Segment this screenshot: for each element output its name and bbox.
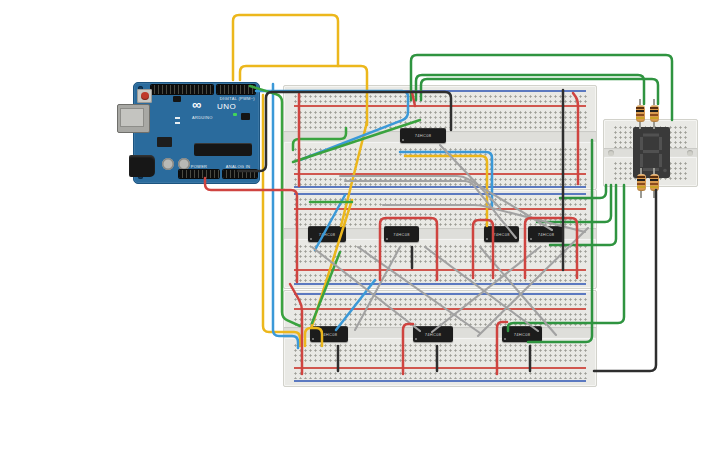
circuit-canvas: DIGITAL (PWM~) ∞ UNO ARDUINO POWER ANALO… [0, 0, 725, 453]
tx-led-label [175, 117, 180, 119]
ic-chip[interactable]: 74HC08 [400, 128, 446, 143]
ic-label: 74HC08 [538, 232, 554, 237]
resistor-band [637, 176, 645, 178]
resistor-band [650, 107, 658, 109]
model-label: UNO [217, 103, 236, 111]
ic-label: 74HC08 [319, 232, 335, 237]
reset-button[interactable] [141, 92, 149, 100]
rail-line [294, 173, 586, 175]
resistor-band [637, 186, 645, 188]
rail-line [294, 308, 586, 310]
power-header-label: POWER [181, 164, 217, 169]
pin1-dot [402, 139, 404, 141]
resistor-band [650, 114, 658, 116]
resistor-band [636, 110, 644, 112]
capacitor [162, 158, 174, 170]
terminal-holes[interactable] [292, 146, 588, 170]
pin1-dot [504, 338, 506, 340]
ic-label: 74HC08 [393, 232, 409, 237]
pin1-dot [310, 238, 312, 240]
icsp-header[interactable] [241, 113, 250, 120]
rail-line [294, 269, 586, 271]
analog-header-label: ANALOG IN [221, 164, 255, 169]
pin1-dot [530, 238, 532, 240]
voltage-regulator [157, 137, 172, 147]
pin1-dot [486, 238, 488, 240]
seven-segment-display[interactable] [633, 127, 670, 178]
power-header[interactable] [179, 170, 219, 178]
rail-line [294, 193, 586, 195]
ic-label: 74HC08 [493, 232, 509, 237]
power-led [233, 113, 237, 116]
digital-header[interactable] [151, 85, 213, 94]
terminal-holes[interactable] [292, 342, 588, 363]
resistor-band [637, 179, 645, 181]
ic-label: 74HC08 [514, 332, 530, 337]
resistor[interactable] [636, 103, 645, 125]
resistor-band [650, 186, 658, 188]
atmega-chip[interactable] [194, 143, 252, 156]
rail-holes[interactable] [292, 272, 588, 282]
rail-line [294, 380, 586, 382]
rail-holes[interactable] [292, 370, 588, 379]
rail-line [294, 283, 586, 285]
rail-line [294, 186, 586, 188]
board-notch [687, 150, 693, 156]
icsp-header[interactable] [173, 96, 181, 102]
ic-chip[interactable]: 74HC08 [413, 326, 453, 342]
resistor-band [650, 179, 658, 181]
resistor-band [636, 107, 644, 109]
resistor-band [636, 117, 644, 119]
resistor-band [650, 183, 658, 185]
jumper-wire-yellow[interactable] [233, 15, 338, 80]
resistor-band [650, 117, 658, 119]
resistor[interactable] [650, 103, 659, 125]
digital-header-label: DIGITAL (PWM~) [201, 96, 255, 101]
resistor-band [650, 176, 658, 178]
board-notch [608, 150, 614, 156]
resistor-band [636, 114, 644, 116]
arduino-uno-board[interactable]: DIGITAL (PWM~) ∞ UNO ARDUINO POWER ANALO… [133, 82, 260, 184]
arduino-logo-icon: ∞ [192, 98, 201, 111]
brand-label: ARDUINO [192, 115, 213, 120]
ic-chip[interactable]: 74HC08 [528, 226, 564, 242]
rail-line [294, 105, 586, 107]
pin1-dot [386, 238, 388, 240]
ic-chip[interactable]: 74HC08 [384, 226, 419, 242]
usb-port-inner [120, 108, 144, 127]
power-jack [129, 155, 155, 177]
pin1-dot [312, 338, 314, 340]
resistor-band [650, 110, 658, 112]
rail-line [294, 293, 586, 295]
pin1-dot [415, 338, 417, 340]
rx-led-label [175, 122, 180, 124]
resistor-band [637, 183, 645, 185]
rail-holes[interactable] [292, 93, 588, 103]
ic-label: 74HC08 [415, 133, 431, 138]
resistor[interactable] [637, 172, 646, 194]
